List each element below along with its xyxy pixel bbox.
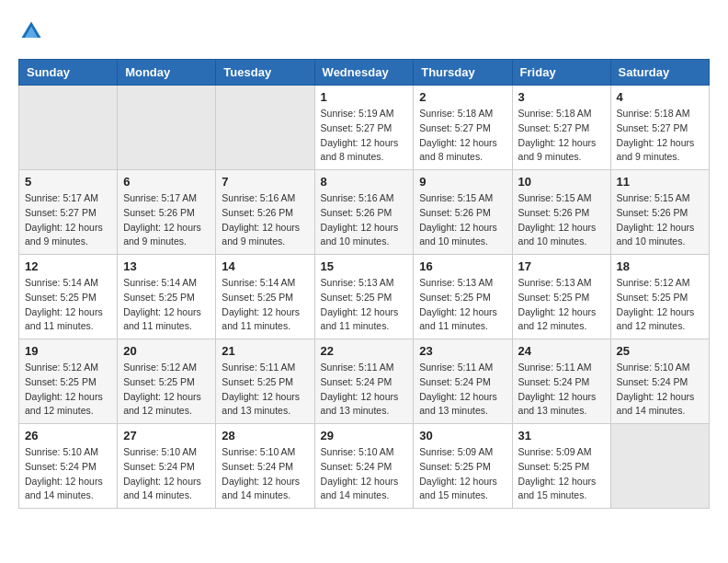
calendar-day-cell: 15Sunrise: 5:13 AMSunset: 5:25 PMDayligh… — [314, 255, 414, 339]
calendar-week-row: 12Sunrise: 5:14 AMSunset: 5:25 PMDayligh… — [19, 255, 710, 339]
calendar-day-cell: 24Sunrise: 5:11 AMSunset: 5:24 PMDayligh… — [512, 339, 610, 424]
day-info: Sunrise: 5:10 AMSunset: 5:24 PMDaylight:… — [25, 445, 111, 503]
calendar-day-cell: 19Sunrise: 5:12 AMSunset: 5:25 PMDayligh… — [19, 339, 118, 424]
calendar-day-cell: 13Sunrise: 5:14 AMSunset: 5:25 PMDayligh… — [118, 255, 216, 339]
calendar-day-cell: 21Sunrise: 5:11 AMSunset: 5:25 PMDayligh… — [216, 339, 314, 424]
day-info: Sunrise: 5:11 AMSunset: 5:25 PMDaylight:… — [222, 361, 308, 419]
calendar-day-cell: 14Sunrise: 5:14 AMSunset: 5:25 PMDayligh… — [216, 255, 314, 339]
day-info: Sunrise: 5:18 AMSunset: 5:27 PMDaylight:… — [419, 107, 506, 165]
column-header-wednesday: Wednesday — [314, 60, 414, 86]
calendar-day-cell: 9Sunrise: 5:15 AMSunset: 5:26 PMDaylight… — [414, 170, 512, 255]
empty-day-cell — [216, 86, 314, 170]
calendar-day-cell: 11Sunrise: 5:15 AMSunset: 5:26 PMDayligh… — [610, 170, 709, 255]
column-header-saturday: Saturday — [610, 60, 709, 86]
column-header-sunday: Sunday — [19, 60, 118, 86]
day-number: 15 — [321, 259, 408, 273]
day-info: Sunrise: 5:17 AMSunset: 5:26 PMDaylight:… — [123, 191, 210, 249]
calendar-day-cell: 23Sunrise: 5:11 AMSunset: 5:24 PMDayligh… — [414, 339, 512, 424]
calendar-day-cell: 5Sunrise: 5:17 AMSunset: 5:27 PMDaylight… — [19, 170, 118, 255]
day-number: 18 — [617, 259, 703, 273]
calendar-day-cell: 12Sunrise: 5:14 AMSunset: 5:25 PMDayligh… — [19, 255, 118, 339]
calendar-day-cell: 27Sunrise: 5:10 AMSunset: 5:24 PMDayligh… — [118, 424, 216, 509]
day-number: 30 — [419, 429, 506, 442]
calendar-day-cell: 31Sunrise: 5:09 AMSunset: 5:25 PMDayligh… — [512, 424, 610, 509]
column-header-tuesday: Tuesday — [216, 60, 314, 86]
day-info: Sunrise: 5:13 AMSunset: 5:25 PMDaylight:… — [419, 276, 506, 334]
day-number: 5 — [25, 175, 111, 189]
day-number: 29 — [321, 429, 408, 442]
day-number: 31 — [518, 429, 605, 442]
day-info: Sunrise: 5:11 AMSunset: 5:24 PMDaylight:… — [518, 361, 605, 419]
day-info: Sunrise: 5:12 AMSunset: 5:25 PMDaylight:… — [617, 276, 703, 334]
calendar-day-cell: 18Sunrise: 5:12 AMSunset: 5:25 PMDayligh… — [610, 255, 709, 339]
empty-day-cell — [118, 86, 216, 170]
calendar-week-row: 26Sunrise: 5:10 AMSunset: 5:24 PMDayligh… — [19, 424, 710, 509]
day-info: Sunrise: 5:16 AMSunset: 5:26 PMDaylight:… — [321, 191, 408, 249]
day-number: 26 — [25, 429, 111, 442]
calendar-day-cell: 30Sunrise: 5:09 AMSunset: 5:25 PMDayligh… — [414, 424, 512, 509]
day-number: 8 — [321, 175, 408, 189]
day-info: Sunrise: 5:10 AMSunset: 5:24 PMDaylight:… — [123, 445, 210, 503]
day-info: Sunrise: 5:15 AMSunset: 5:26 PMDaylight:… — [518, 191, 605, 249]
day-info: Sunrise: 5:12 AMSunset: 5:25 PMDaylight:… — [123, 361, 210, 419]
calendar-day-cell: 7Sunrise: 5:16 AMSunset: 5:26 PMDaylight… — [216, 170, 314, 255]
day-number: 2 — [419, 90, 506, 104]
day-number: 9 — [419, 175, 506, 189]
day-info: Sunrise: 5:14 AMSunset: 5:25 PMDaylight:… — [123, 276, 210, 334]
calendar-day-cell: 28Sunrise: 5:10 AMSunset: 5:24 PMDayligh… — [216, 424, 314, 509]
column-header-thursday: Thursday — [414, 60, 512, 86]
day-info: Sunrise: 5:15 AMSunset: 5:26 PMDaylight:… — [419, 191, 506, 249]
calendar-day-cell: 17Sunrise: 5:13 AMSunset: 5:25 PMDayligh… — [512, 255, 610, 339]
day-number: 22 — [321, 344, 408, 358]
calendar-day-cell: 1Sunrise: 5:19 AMSunset: 5:27 PMDaylight… — [314, 86, 414, 170]
day-number: 19 — [25, 344, 111, 358]
calendar-day-cell: 4Sunrise: 5:18 AMSunset: 5:27 PMDaylight… — [610, 86, 709, 170]
column-header-friday: Friday — [512, 60, 610, 86]
day-number: 17 — [518, 259, 605, 273]
day-info: Sunrise: 5:11 AMSunset: 5:24 PMDaylight:… — [321, 361, 408, 419]
day-number: 21 — [222, 344, 308, 358]
day-number: 24 — [518, 344, 605, 358]
empty-day-cell — [19, 86, 118, 170]
day-info: Sunrise: 5:12 AMSunset: 5:25 PMDaylight:… — [25, 361, 111, 419]
calendar-header-row: SundayMondayTuesdayWednesdayThursdayFrid… — [19, 60, 710, 86]
day-info: Sunrise: 5:16 AMSunset: 5:26 PMDaylight:… — [222, 191, 308, 249]
calendar-week-row: 5Sunrise: 5:17 AMSunset: 5:27 PMDaylight… — [19, 170, 710, 255]
day-number: 1 — [321, 90, 408, 104]
day-info: Sunrise: 5:10 AMSunset: 5:24 PMDaylight:… — [617, 361, 703, 419]
day-number: 14 — [222, 259, 308, 273]
calendar-week-row: 1Sunrise: 5:19 AMSunset: 5:27 PMDaylight… — [19, 86, 710, 170]
calendar-day-cell: 20Sunrise: 5:12 AMSunset: 5:25 PMDayligh… — [118, 339, 216, 424]
day-info: Sunrise: 5:14 AMSunset: 5:25 PMDaylight:… — [222, 276, 308, 334]
day-info: Sunrise: 5:09 AMSunset: 5:25 PMDaylight:… — [518, 445, 605, 503]
calendar-table: SundayMondayTuesdayWednesdayThursdayFrid… — [18, 59, 710, 509]
day-info: Sunrise: 5:09 AMSunset: 5:25 PMDaylight:… — [419, 445, 506, 503]
calendar-day-cell: 25Sunrise: 5:10 AMSunset: 5:24 PMDayligh… — [610, 339, 709, 424]
logo-icon — [18, 18, 44, 44]
day-number: 4 — [617, 90, 703, 104]
calendar-week-row: 19Sunrise: 5:12 AMSunset: 5:25 PMDayligh… — [19, 339, 710, 424]
calendar-day-cell: 22Sunrise: 5:11 AMSunset: 5:24 PMDayligh… — [314, 339, 414, 424]
day-info: Sunrise: 5:18 AMSunset: 5:27 PMDaylight:… — [617, 107, 703, 165]
day-number: 23 — [419, 344, 506, 358]
empty-day-cell — [610, 424, 709, 509]
column-header-monday: Monday — [118, 60, 216, 86]
day-number: 12 — [25, 259, 111, 273]
day-number: 3 — [518, 90, 605, 104]
day-number: 11 — [617, 175, 703, 189]
calendar-day-cell: 8Sunrise: 5:16 AMSunset: 5:26 PMDaylight… — [314, 170, 414, 255]
day-info: Sunrise: 5:18 AMSunset: 5:27 PMDaylight:… — [518, 107, 605, 165]
day-info: Sunrise: 5:13 AMSunset: 5:25 PMDaylight:… — [321, 276, 408, 334]
calendar-day-cell: 16Sunrise: 5:13 AMSunset: 5:25 PMDayligh… — [414, 255, 512, 339]
day-info: Sunrise: 5:19 AMSunset: 5:27 PMDaylight:… — [321, 107, 408, 165]
calendar-day-cell: 26Sunrise: 5:10 AMSunset: 5:24 PMDayligh… — [19, 424, 118, 509]
day-number: 28 — [222, 429, 308, 442]
calendar-day-cell: 3Sunrise: 5:18 AMSunset: 5:27 PMDaylight… — [512, 86, 610, 170]
day-number: 10 — [518, 175, 605, 189]
day-info: Sunrise: 5:15 AMSunset: 5:26 PMDaylight:… — [617, 191, 703, 249]
day-number: 6 — [123, 175, 210, 189]
day-info: Sunrise: 5:17 AMSunset: 5:27 PMDaylight:… — [25, 191, 111, 249]
calendar-day-cell: 10Sunrise: 5:15 AMSunset: 5:26 PMDayligh… — [512, 170, 610, 255]
day-number: 20 — [123, 344, 210, 358]
calendar-day-cell: 29Sunrise: 5:10 AMSunset: 5:24 PMDayligh… — [314, 424, 414, 509]
